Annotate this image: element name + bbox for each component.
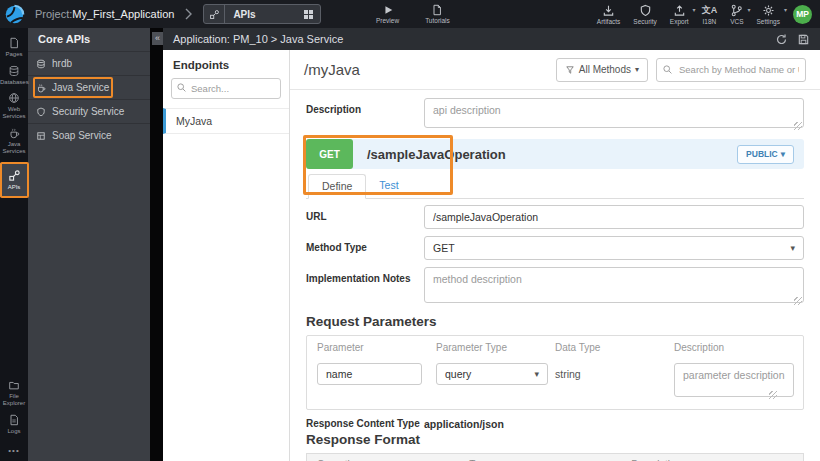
parameter-type-select[interactable]: query ▾: [436, 363, 548, 385]
caret-down-icon: ▾: [534, 369, 539, 379]
soap-icon: [36, 131, 46, 141]
refresh-icon[interactable]: [775, 33, 788, 46]
table-row: query ▾ string: [307, 358, 803, 409]
url-label: URL: [306, 205, 424, 229]
brand-logo-icon[interactable]: [4, 4, 25, 25]
preview-button[interactable]: Preview: [376, 0, 399, 28]
caret-down-icon: ▾: [747, 6, 750, 13]
api-connector-icon: [204, 5, 225, 23]
implementation-notes-label: Implementation Notes: [306, 267, 424, 307]
method-badge[interactable]: GET: [306, 139, 353, 169]
core-apis-item-hrdb[interactable]: hrdb: [28, 51, 150, 75]
workspace-tab-apis[interactable]: APIs: [203, 4, 321, 24]
caret-down-icon: ▾: [635, 65, 639, 74]
i18n-icon: 文A: [702, 4, 718, 17]
globe-icon: [8, 92, 20, 104]
parameter-name-input[interactable]: [317, 363, 422, 385]
request-parameters-heading: Request Parameters: [306, 314, 804, 329]
endpoints-panel: Endpoints MyJava: [163, 50, 290, 461]
vcs-button[interactable]: VCS ▾: [730, 0, 743, 28]
rail-item-file-explorer[interactable]: File Explorer: [0, 376, 28, 410]
caret-down-icon: ▾: [784, 6, 787, 13]
panel-divider: «: [150, 28, 163, 461]
top-bar: Project:My_First_Application APIs Previe…: [0, 0, 820, 28]
response-content-type-value: application/json: [424, 418, 504, 430]
caret-down-icon: ▾: [790, 243, 795, 253]
service-header: /myJava All Methods ▾: [290, 50, 820, 90]
export-button[interactable]: Export ▾: [670, 0, 689, 28]
breadcrumb-chevron-icon: [185, 8, 192, 20]
description-textarea[interactable]: [424, 98, 804, 128]
core-apis-item-soap-service[interactable]: Soap Service: [28, 123, 150, 147]
studio-window: Project:My_First_Application APIs Previe…: [0, 0, 820, 461]
more-options-icon[interactable]: •••: [0, 438, 28, 461]
save-icon[interactable]: [797, 33, 810, 46]
play-icon: [382, 4, 394, 16]
operation-band[interactable]: GET /sampleJavaOperation PUBLIC ▾: [306, 139, 804, 169]
artifacts-button[interactable]: Artifacts: [597, 0, 620, 28]
tab-test[interactable]: Test: [366, 174, 411, 198]
pages-icon: [8, 37, 20, 49]
operation-card: GET /sampleJavaOperation PUBLIC ▾ Define…: [306, 139, 804, 199]
resize-grip-icon[interactable]: [794, 297, 802, 305]
rail-item-web-services[interactable]: Web Services: [0, 89, 28, 123]
grid-icon[interactable]: [304, 10, 313, 19]
methods-filter-dropdown[interactable]: All Methods ▾: [556, 58, 648, 82]
endpoints-search-input[interactable]: [171, 78, 281, 99]
core-apis-item-java-service[interactable]: Java Service: [28, 75, 150, 99]
tab-define[interactable]: Define: [308, 174, 366, 199]
upload-icon: [673, 4, 686, 17]
collapse-panel-icon[interactable]: «: [152, 32, 163, 45]
resize-grip-icon[interactable]: [794, 122, 802, 130]
caret-down-icon: ▾: [693, 6, 696, 13]
filter-icon: [565, 65, 575, 75]
database-icon: [36, 59, 46, 69]
download-icon: [602, 4, 615, 17]
core-apis-title: Core APIs: [28, 28, 150, 51]
response-content-type-label: Response Content Type: [306, 418, 424, 430]
core-apis-item-security-service[interactable]: Security Service: [28, 99, 150, 123]
gear-icon: [762, 4, 775, 17]
topbar-right-tools: Artifacts Security Export ▾ 文A I18N VCS …: [597, 0, 812, 28]
security-button[interactable]: Security: [633, 0, 656, 28]
breadcrumb: Application: PM_10 > Java Service: [173, 33, 343, 45]
visibility-dropdown[interactable]: PUBLIC ▾: [737, 145, 794, 164]
preview-label: Preview: [376, 17, 399, 24]
settings-button[interactable]: Settings ▾: [757, 0, 781, 28]
export-label: Export: [670, 18, 689, 25]
resize-grip-icon[interactable]: [769, 391, 777, 399]
i18n-button[interactable]: 文A I18N: [702, 0, 718, 28]
security-label: Security: [633, 18, 656, 25]
operation-path: /sampleJavaOperation: [367, 147, 506, 162]
rail-item-apis[interactable]: APIs: [0, 163, 28, 197]
workspace-tab-label: APIs: [225, 9, 304, 20]
response-format-heading: Response Format: [306, 432, 804, 447]
endpoints-search: [171, 78, 281, 99]
branch-icon: [730, 4, 743, 17]
rail-item-databases[interactable]: Databases: [0, 61, 28, 89]
rail-item-java-services[interactable]: Java Services: [0, 123, 28, 159]
endpoint-item-myjava[interactable]: MyJava: [163, 108, 289, 134]
coffee-icon: [8, 127, 20, 139]
service-detail: /myJava All Methods ▾: [290, 50, 820, 461]
user-avatar[interactable]: MP: [793, 5, 812, 24]
document-icon: [431, 4, 443, 16]
url-input[interactable]: [424, 205, 804, 229]
tutorials-button[interactable]: Tutorials: [425, 0, 450, 28]
response-format-table: Operation Type Description sampleJavaOpe…: [306, 453, 804, 461]
method-type-select[interactable]: GET ▾: [424, 236, 804, 260]
method-type-label: Method Type: [306, 236, 424, 260]
folder-icon: [8, 379, 20, 391]
implementation-notes-textarea[interactable]: [424, 267, 804, 303]
service-title: /myJava: [304, 61, 360, 78]
project-name[interactable]: Project:My_First_Application: [35, 8, 174, 20]
topbar-center-tools: Preview Tutorials: [376, 0, 450, 28]
method-search: [656, 58, 806, 82]
rail-item-pages[interactable]: Pages: [0, 34, 28, 61]
data-type-value: string: [555, 363, 674, 380]
rail-item-logs[interactable]: Logs: [0, 410, 28, 438]
endpoints-title: Endpoints: [163, 50, 289, 78]
method-search-input[interactable]: [656, 58, 806, 82]
artifacts-label: Artifacts: [597, 18, 620, 25]
vcs-label: VCS: [730, 18, 743, 25]
